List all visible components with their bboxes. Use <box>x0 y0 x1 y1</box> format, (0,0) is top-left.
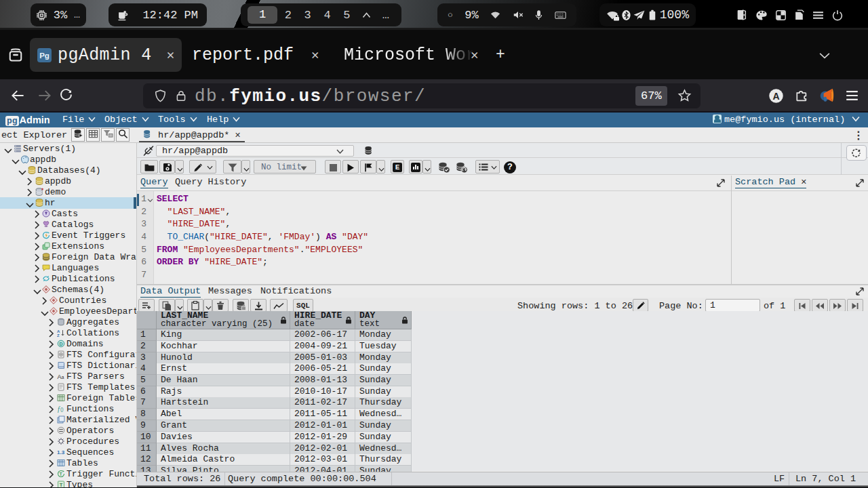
svg-text:Z: Z <box>57 333 60 338</box>
svg-text:D: D <box>59 342 62 346</box>
svg-text:T: T <box>60 472 63 476</box>
svg-text:Pg: Pg <box>39 52 50 60</box>
svg-text:1.3: 1.3 <box>57 449 65 455</box>
svg-text:A: A <box>772 91 779 102</box>
svg-text:a: a <box>62 375 64 380</box>
svg-text:(): () <box>60 407 64 412</box>
